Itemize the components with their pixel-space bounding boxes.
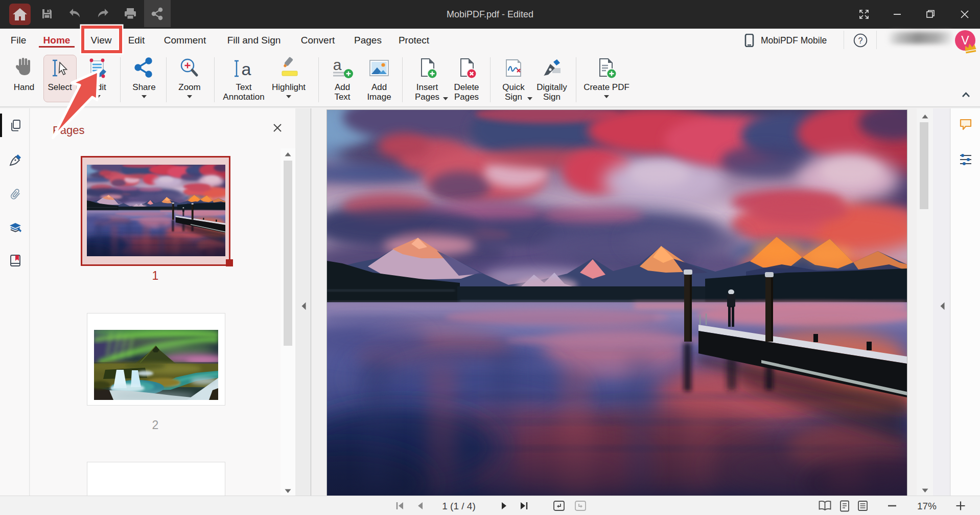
- svg-text:a: a: [333, 57, 342, 73]
- svg-text:a: a: [242, 59, 251, 79]
- svg-text:?: ?: [858, 36, 863, 45]
